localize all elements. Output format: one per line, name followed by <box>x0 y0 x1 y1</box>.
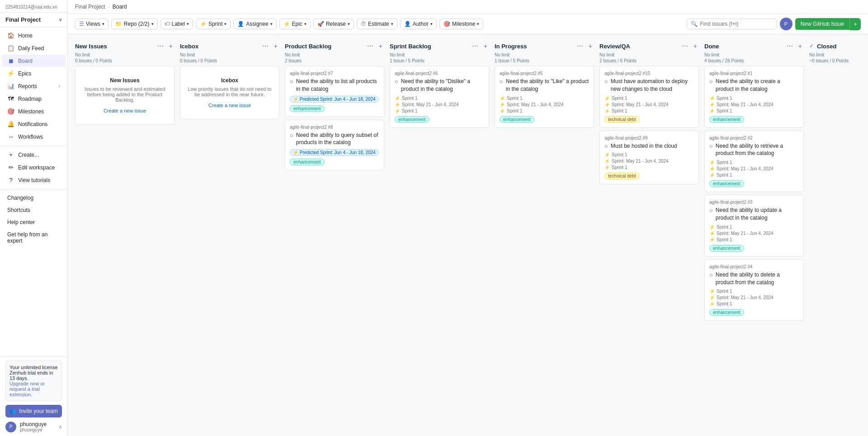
sprint-button[interactable]: ⚡ Sprint ▾ <box>196 19 231 29</box>
column-add-button[interactable]: + <box>167 42 175 51</box>
card[interactable]: agile-final-project2 #3 ○ Need the abili… <box>704 195 804 257</box>
sprint2-icon: ⚡ <box>709 301 715 306</box>
sidebar-item-shortcuts[interactable]: Shortcuts <box>2 204 66 216</box>
sprint2-icon: ⚡ <box>604 108 610 113</box>
column-limit: No limit <box>180 52 279 57</box>
sprint-range-icon: ⚡ <box>604 159 610 164</box>
sidebar-project[interactable]: Final Project ∨ <box>0 13 67 27</box>
sprint2-icon: ⚡ <box>709 225 715 230</box>
column-menu-button[interactable]: ⋯ <box>575 42 585 51</box>
sidebar-item-roadmap[interactable]: 🗺 Roadmap <box>2 93 66 105</box>
sidebar-item-reports[interactable]: 📊 Reports › <box>2 80 66 92</box>
column-add-button[interactable]: + <box>377 42 384 51</box>
card-sprint2-row: ⚡ Sprint 1 <box>500 96 589 101</box>
column-menu-button[interactable]: ⋯ <box>365 42 375 51</box>
card-sprint-row: ⚡ Sprint: May 21 - Jun 4, 2024 <box>709 166 799 171</box>
card-label[interactable]: enhancement <box>290 105 325 112</box>
sidebar-item-help-center[interactable]: Help center <box>2 216 66 228</box>
sidebar-item-notifications[interactable]: 🔔 Notifications <box>2 118 66 130</box>
card-label[interactable]: enhancement <box>395 116 429 123</box>
card[interactable]: agile-final-project2 #6 ○ Need the abili… <box>390 66 489 128</box>
breadcrumb-project[interactable]: Final Project <box>75 4 105 10</box>
column-add-button[interactable]: + <box>797 42 804 51</box>
card[interactable]: agile-final-project2 #4 ○ Need the abili… <box>704 259 804 321</box>
chevron-down-icon: ▾ <box>477 22 479 26</box>
sidebar-item-daily-feed[interactable]: 📋 Daily Feed <box>2 42 66 54</box>
repo-label: Repo (2/2) <box>124 21 150 27</box>
sidebar-item-milestones[interactable]: 🎯 Milestones <box>2 105 66 117</box>
sidebar-item-workflows[interactable]: ↔ Workflows <box>2 131 66 143</box>
release-button[interactable]: 🚀 Release ▾ <box>313 19 354 29</box>
column-add-button[interactable]: + <box>692 42 699 51</box>
card-sprint2: Sprint 1 <box>717 173 732 178</box>
search-input[interactable] <box>700 21 773 27</box>
workflows-icon: ↔ <box>7 133 14 140</box>
card[interactable]: agile-final-project2 #1 ○ Need the abili… <box>704 66 804 128</box>
assignee-button[interactable]: 👤 Assignee ▾ <box>233 19 276 29</box>
sidebar-item-create[interactable]: + Create... <box>2 149 66 161</box>
card-label[interactable]: enhancement <box>709 309 744 316</box>
estimate-button[interactable]: ⏱ Estimate ▾ <box>357 19 397 29</box>
sidebar-item-view-tutorials[interactable]: ? View tutorials <box>2 174 66 186</box>
author-button[interactable]: 👤 Author ▾ <box>400 19 437 29</box>
column-title: Done <box>704 43 782 50</box>
card-label[interactable]: enhancement <box>290 159 325 165</box>
card-sprint2-row: ⚡ Sprint 1 <box>604 108 694 113</box>
sprint-range-icon: ⚡ <box>709 295 715 300</box>
card[interactable]: agile-final-project2 #5 ○ Need the abili… <box>495 66 594 128</box>
empty-column-desc: Issues to be reviewed and estimated befo… <box>81 86 169 103</box>
card-repo: agile-final-project2 #6 <box>395 71 484 76</box>
card-label[interactable]: enhancement <box>709 245 744 252</box>
card-title: Must be hosted in the cloud <box>611 142 677 150</box>
breadcrumb-separator: › <box>108 4 110 10</box>
sidebar-item-changelog[interactable]: Changelog <box>2 192 66 204</box>
repo-button[interactable]: 📁 Repo (2/2) ▾ <box>111 19 158 29</box>
sidebar-item-home[interactable]: 🏠 Home <box>2 29 66 42</box>
sidebar-item-epics[interactable]: ⚡ Epics <box>2 67 66 80</box>
issue-open-icon: ○ <box>290 132 293 139</box>
card-label[interactable]: technical debt <box>604 116 640 123</box>
epic-button[interactable]: ⚡ Epic ▾ <box>279 19 311 29</box>
card-sprint-row: ⚡ Sprint: May 21 - Jun 4, 2024 <box>604 159 694 164</box>
card[interactable]: agile-final-project2 #10 ○ Must have aut… <box>599 66 699 128</box>
estimate-label: Estimate <box>368 21 389 27</box>
column-actions: ⋯ + <box>785 42 804 51</box>
sidebar-user-bottom[interactable]: P phuonguye phuonguye ∧ <box>5 417 62 432</box>
sidebar-item-label: View tutorials <box>18 177 50 183</box>
card[interactable]: agile-final-project2 #8 ○ Need the abili… <box>285 120 384 171</box>
sidebar-item-label: Workflows <box>18 134 43 140</box>
sidebar-item-board[interactable]: ◼ Board <box>2 55 66 67</box>
user-email: 2254810214@vaa.edu.vn <box>5 5 62 9</box>
column-menu-button[interactable]: ⋯ <box>470 42 480 51</box>
card[interactable]: agile-final-project2 #7 ○ Need the abili… <box>285 66 384 117</box>
column-menu-button[interactable]: ⋯ <box>260 42 270 51</box>
label-button[interactable]: 🏷 Label ▾ <box>160 19 193 29</box>
milestone-button[interactable]: 🎯 Milestone ▾ <box>439 19 483 29</box>
search-box[interactable]: 🔍 <box>687 19 777 29</box>
views-button[interactable]: ☰ Views ▾ <box>75 19 108 29</box>
column-menu-button[interactable]: ⋯ <box>785 42 795 51</box>
column-add-button[interactable]: + <box>482 42 489 51</box>
card-repo: agile-final-project2 #1 <box>709 71 799 76</box>
card[interactable]: agile-final-project2 #2 ○ Need the abili… <box>704 131 804 192</box>
create-issue-link[interactable]: Create a new issue <box>208 103 251 108</box>
trial-link[interactable]: Upgrade now or request a trial extension… <box>9 381 45 397</box>
card-label[interactable]: enhancement <box>709 116 744 123</box>
invite-team-button[interactable]: 👥 Invite your team <box>5 405 62 417</box>
card[interactable]: agile-final-project2 #9 ○ Must be hosted… <box>599 131 699 185</box>
sprint2-icon: ⚡ <box>709 96 715 101</box>
card-title-row: ○ Need the ability to create a product i… <box>709 78 799 93</box>
column-header: Icebox ⋯ + <box>180 40 279 52</box>
sidebar-item-edit-workspace[interactable]: ✏ Edit workspace <box>2 161 66 173</box>
new-issue-arrow-button[interactable]: + <box>849 18 861 30</box>
card-label[interactable]: enhancement <box>500 116 534 123</box>
column-menu-button[interactable]: ⋯ <box>156 42 165 51</box>
column-menu-button[interactable]: ⋯ <box>680 42 690 51</box>
card-label[interactable]: enhancement <box>709 180 744 187</box>
column-add-button[interactable]: + <box>587 42 594 51</box>
new-issue-main-button[interactable]: New GitHub Issue <box>795 18 850 30</box>
create-issue-link[interactable]: Create a new issue <box>104 108 146 113</box>
column-add-button[interactable]: + <box>272 42 279 51</box>
sidebar-item-get-help[interactable]: Get help from an expert <box>2 229 66 247</box>
card-label[interactable]: technical debt <box>604 173 640 179</box>
